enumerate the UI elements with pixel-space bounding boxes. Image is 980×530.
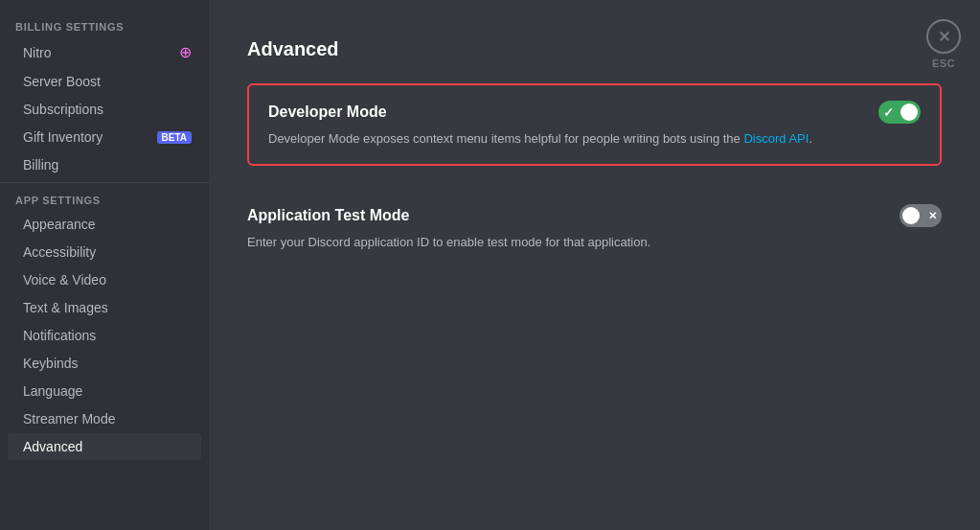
sidebar-item-streamer-mode[interactable]: Streamer Mode [8,405,201,432]
sidebar-item-label: Subscriptions [23,102,192,117]
sidebar-item-label: Accessibility [23,244,192,260]
sidebar-item-label: Appearance [23,217,192,232]
esc-label: ESC [932,58,955,69]
toggle-knob [900,104,918,121]
developer-mode-toggle[interactable] [878,101,921,124]
sidebar-item-keybinds[interactable]: Keybinds [8,350,201,377]
app-section-label: APP SETTINGS [0,189,209,210]
application-test-mode-header: Application Test Mode [247,204,942,227]
sidebar-item-label: Advanced [23,439,192,454]
developer-mode-title: Developer Mode [268,104,387,121]
sidebar-item-subscriptions[interactable]: Subscriptions [8,96,201,123]
sidebar-item-language[interactable]: Language [8,378,201,404]
sidebar-item-label: Nitro [23,45,179,60]
sidebar-item-billing[interactable]: Billing [8,151,201,178]
main-content: ✕ ESC Advanced Developer Mode Developer … [209,0,980,530]
toggle-knob [902,207,920,224]
sidebar-item-label: Voice & Video [23,272,192,288]
application-test-mode-title: Application Test Mode [247,207,409,224]
sidebar-item-nitro[interactable]: Nitro ⊕ [8,37,201,67]
sidebar-item-voice-video[interactable]: Voice & Video [8,266,201,293]
esc-x-symbol: ✕ [938,28,950,46]
sidebar-item-notifications[interactable]: Notifications [8,322,201,349]
sidebar-item-label: Keybinds [23,356,192,371]
sidebar-item-label: Language [23,383,192,399]
page-title: Advanced [247,38,942,60]
sidebar-item-server-boost[interactable]: Server Boost [8,68,201,95]
billing-section-label: BILLING SETTINGS [0,15,209,36]
developer-mode-card: Developer Mode Developer Mode exposes co… [247,83,942,166]
sidebar-item-accessibility[interactable]: Accessibility [8,239,201,265]
sidebar-item-appearance[interactable]: Appearance [8,211,201,238]
sidebar-divider [0,182,209,183]
sidebar: BILLING SETTINGS Nitro ⊕ Server Boost Su… [0,0,209,530]
sidebar-item-advanced[interactable]: Advanced [8,433,201,460]
sidebar-item-gift-inventory[interactable]: Gift Inventory BETA [8,124,201,150]
sidebar-item-label: Gift Inventory [23,129,157,145]
esc-circle-icon: ✕ [926,19,961,54]
developer-mode-header: Developer Mode [268,101,921,124]
application-test-mode-row: Application Test Mode Enter your Discord… [247,189,942,267]
sidebar-item-text-images[interactable]: Text & Images [8,294,201,321]
beta-badge: BETA [157,131,192,144]
application-test-mode-toggle[interactable] [900,204,942,227]
sidebar-item-label: Notifications [23,328,192,343]
discord-api-link[interactable]: Discord API [743,131,809,146]
sidebar-item-label: Text & Images [23,300,192,315]
sidebar-item-label: Streamer Mode [23,411,192,426]
sidebar-item-label: Billing [23,157,192,173]
nitro-icon: ⊕ [179,43,192,61]
esc-button[interactable]: ✕ ESC [926,19,961,69]
developer-mode-desc: Developer Mode exposes context menu item… [268,129,921,149]
sidebar-item-label: Server Boost [23,74,192,89]
application-test-mode-desc: Enter your Discord application ID to ena… [247,233,942,252]
